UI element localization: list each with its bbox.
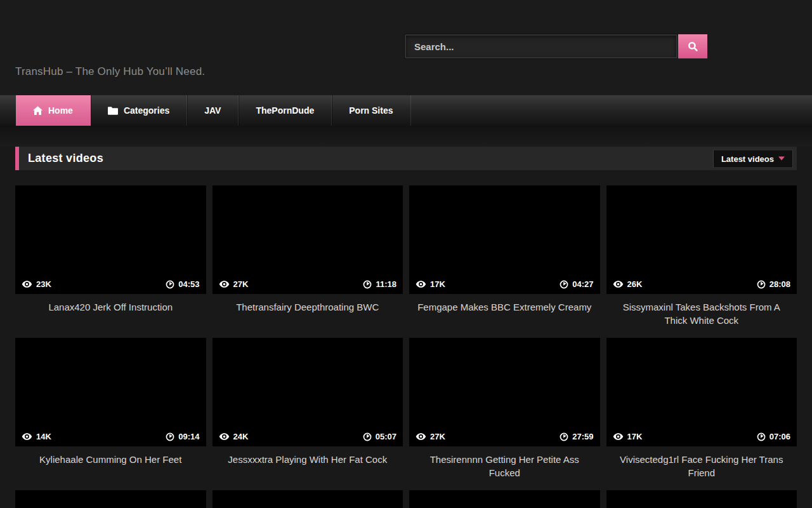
nav-item-porn-sites[interactable]: Porn Sites: [332, 95, 410, 126]
video-thumbnail[interactable]: 24K 05:07: [213, 338, 403, 446]
video-thumbnail[interactable]: [15, 490, 206, 508]
video-thumbnail[interactable]: [409, 490, 600, 508]
views-count: 14K: [36, 432, 51, 441]
video-card[interactable]: 17K 07:06 Vivisectedg1rl Face Fucking He…: [606, 338, 797, 490]
main-nav: Home Categories JAV ThePornDude Porn Sit…: [0, 95, 812, 126]
video-stats: 27K 11:18: [213, 274, 403, 294]
folder-icon: [108, 107, 118, 115]
views-stat: 23K: [22, 279, 51, 289]
views-count: 17K: [627, 432, 643, 441]
video-stats: 17K 04:27: [409, 274, 600, 294]
eye-icon: [22, 432, 32, 441]
section-accent-bar: [15, 147, 19, 170]
clock-icon: [560, 432, 568, 441]
clock-icon: [363, 432, 372, 441]
views-stat: 27K: [219, 279, 249, 289]
video-title[interactable]: Lanax420 Jerk Off Instruction: [15, 294, 206, 338]
search-icon: [687, 41, 698, 52]
views-count: 26K: [627, 279, 643, 289]
section-title: Latest videos: [28, 152, 103, 165]
nav-item-jav[interactable]: JAV: [187, 95, 239, 126]
duration-stat: 04:27: [560, 279, 593, 289]
video-card[interactable]: 27K 27:59 Thesirennnn Getting Her Petite…: [409, 338, 600, 490]
nav-item-label: JAV: [204, 105, 221, 116]
search-button[interactable]: [678, 34, 707, 58]
views-count: 24K: [233, 432, 249, 441]
home-icon: [33, 106, 43, 115]
video-card[interactable]: [15, 490, 206, 508]
nav-item-home[interactable]: Home: [16, 95, 91, 126]
nav-item-theporndude[interactable]: ThePornDude: [239, 95, 332, 126]
duration-value: 28:08: [769, 279, 790, 289]
duration-value: 04:27: [572, 279, 593, 289]
video-thumbnail[interactable]: 14K 09:14: [15, 338, 206, 446]
search-input[interactable]: [405, 34, 678, 58]
eye-icon: [416, 432, 426, 441]
clock-icon: [166, 280, 174, 289]
nav-item-label: Porn Sites: [349, 105, 393, 116]
video-title[interactable]: Thesirennnn Getting Her Petite Ass Fucke…: [409, 446, 600, 490]
video-card[interactable]: [606, 490, 797, 508]
video-title[interactable]: Thetransfairy Deepthroating BWC: [213, 294, 403, 338]
video-thumbnail[interactable]: 27K 27:59: [409, 338, 600, 446]
video-thumbnail[interactable]: 27K 11:18: [213, 185, 403, 294]
sort-dropdown[interactable]: Latest videos: [713, 149, 793, 168]
duration-value: 27:59: [572, 432, 593, 441]
nav-item-label: Categories: [124, 105, 169, 116]
duration-stat: 05:07: [363, 432, 396, 441]
clock-icon: [166, 432, 174, 441]
duration-stat: 04:53: [166, 279, 199, 289]
caret-down-icon: [778, 157, 785, 161]
video-card[interactable]: 23K 04:53 Lanax420 Jerk Off Instruction: [15, 185, 206, 338]
eye-icon: [613, 280, 624, 288]
video-grid: 23K 04:53 Lanax420 Jerk Off Instruction: [15, 185, 797, 508]
views-stat: 26K: [613, 279, 643, 289]
nav-item-categories[interactable]: Categories: [91, 95, 187, 126]
duration-stat: 28:08: [757, 279, 790, 289]
views-count: 23K: [36, 279, 51, 289]
video-card[interactable]: 17K 04:27 Femgape Makes BBC Extremely Cr…: [409, 185, 600, 338]
video-thumbnail[interactable]: 17K 04:27: [409, 185, 600, 294]
video-thumbnail[interactable]: 17K 07:06: [606, 338, 797, 446]
video-title[interactable]: Jessxxxtra Playing With Her Fat Cock: [213, 446, 403, 490]
sort-dropdown-label: Latest videos: [721, 154, 774, 163]
duration-value: 09:14: [178, 432, 199, 441]
header: TransHub – The Only Hub You’ll Need.: [0, 0, 812, 95]
eye-icon: [416, 280, 426, 288]
views-count: 27K: [233, 279, 249, 289]
video-card[interactable]: [213, 490, 403, 508]
views-stat: 14K: [22, 432, 51, 441]
eye-icon: [219, 280, 230, 288]
nav-shadow: [0, 126, 812, 147]
video-card[interactable]: 24K 05:07 Jessxxxtra Playing With Her Fa…: [213, 338, 403, 490]
video-stats: 24K 05:07: [213, 427, 403, 446]
video-thumbnail[interactable]: [213, 490, 403, 508]
duration-stat: 27:59: [560, 432, 593, 441]
video-card[interactable]: 14K 09:14 Kyliehaale Cumming On Her Feet: [15, 338, 206, 490]
clock-icon: [560, 280, 568, 289]
video-card[interactable]: 26K 28:08 Sissymaxinl Takes Backshots Fr…: [606, 185, 797, 338]
video-title[interactable]: Femgape Makes BBC Extremely Creamy: [409, 294, 600, 338]
video-stats: 27K 27:59: [409, 427, 600, 446]
video-stats: 26K 28:08: [606, 274, 797, 294]
video-title[interactable]: Sissymaxinl Takes Backshots From A Thick…: [606, 294, 797, 338]
eye-icon: [613, 432, 624, 441]
section-bar: Latest videos Latest videos: [15, 147, 797, 170]
clock-icon: [757, 280, 766, 289]
duration-value: 05:07: [376, 432, 396, 441]
video-title[interactable]: Kyliehaale Cumming On Her Feet: [15, 446, 206, 490]
duration-stat: 07:06: [757, 432, 790, 441]
clock-icon: [363, 280, 372, 289]
video-thumbnail[interactable]: [606, 490, 797, 508]
video-thumbnail[interactable]: 26K 28:08: [606, 185, 797, 294]
video-thumbnail[interactable]: 23K 04:53: [15, 185, 206, 294]
video-title[interactable]: Vivisectedg1rl Face Fucking Her Trans Fr…: [606, 446, 797, 490]
video-card[interactable]: [409, 490, 600, 508]
eye-icon: [22, 280, 32, 288]
video-stats: 17K 07:06: [606, 427, 797, 446]
views-stat: 17K: [416, 279, 445, 289]
duration-stat: 09:14: [166, 432, 199, 441]
views-stat: 24K: [219, 432, 249, 441]
video-card[interactable]: 27K 11:18 Thetransfairy Deepthroating BW…: [213, 185, 403, 338]
search-form: [405, 34, 707, 58]
